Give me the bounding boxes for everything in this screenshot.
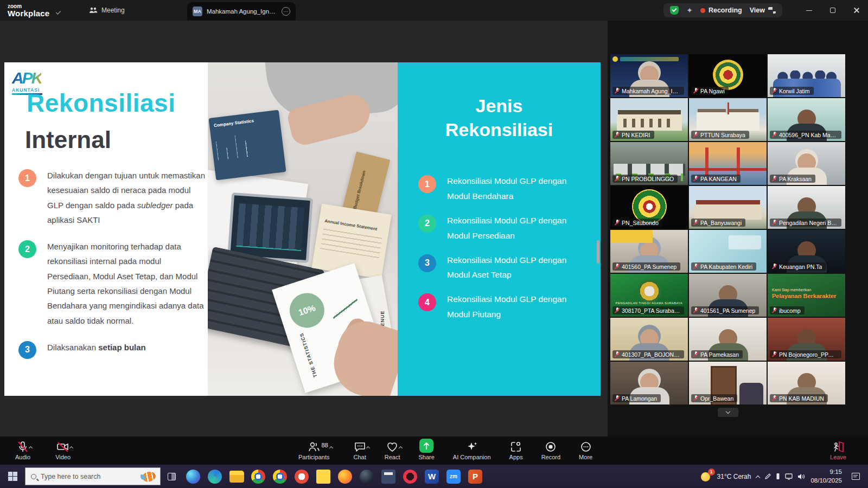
apps-button[interactable]: Apps xyxy=(504,436,528,465)
jenis-text: Rekonsiliasi Modul GLP dengan Modul Piut… xyxy=(447,292,586,322)
video-options-chevron[interactable] xyxy=(70,444,73,451)
mic-muted-icon xyxy=(693,395,698,401)
taskbar-app-sticky-notes[interactable] xyxy=(312,465,334,488)
zoom-workplace-logo[interactable]: zoom Workplace xyxy=(0,4,60,17)
audio-button[interactable]: Audio xyxy=(10,436,36,465)
edge-icon xyxy=(208,470,222,484)
security-shield-icon[interactable] xyxy=(670,6,679,15)
participant-tile[interactable]: PN Bojonegoro_PPABP xyxy=(768,318,845,361)
recording-label: Recording xyxy=(709,7,742,14)
participant-tile[interactable]: 400596_PN Kab Madiun xyxy=(768,98,845,141)
tab-active-meeting[interactable]: MA Mahkamah Agung_Ignasia Sekar. ... xyxy=(187,2,296,21)
participant-tile[interactable]: Mahkamah Agung_Ignasia ... xyxy=(610,54,688,97)
leave-label: Leave xyxy=(830,454,846,460)
share-button[interactable]: Share xyxy=(413,436,439,465)
video-muted-icon xyxy=(56,441,69,453)
participant-tile[interactable]: 401561_PA Sumenep xyxy=(689,274,767,317)
firefox-icon xyxy=(338,470,352,484)
chrome-icon xyxy=(251,470,265,484)
recording-indicator[interactable]: Recording xyxy=(700,7,742,14)
view-button[interactable]: View xyxy=(750,7,776,14)
participant-tile[interactable]: Korwil Jatim xyxy=(768,54,845,97)
participant-tile[interactable]: PA Lamongan xyxy=(610,362,688,404)
tray-display-icon[interactable] xyxy=(785,473,793,480)
taskbar-clock[interactable]: 9:15 08/10/2025 xyxy=(810,468,842,485)
react-button[interactable]: React xyxy=(379,436,406,465)
participant-tile[interactable]: PN PROBOLINGGO xyxy=(610,142,688,185)
react-chevron[interactable] xyxy=(399,444,402,451)
chat-chevron[interactable] xyxy=(367,444,369,451)
record-label: Record xyxy=(541,454,560,460)
taskbar-app-chrome[interactable] xyxy=(269,465,291,488)
participant-tile[interactable]: PA_Banyuwangi xyxy=(689,186,767,229)
action-center-button[interactable] xyxy=(847,465,864,488)
taskbar-app-media-player[interactable] xyxy=(291,465,312,488)
tab-options-icon[interactable]: ... xyxy=(282,7,290,16)
participant-tile[interactable]: Keuangan PN.Ta xyxy=(768,230,845,273)
ai-sparkle-icon[interactable]: ✦ xyxy=(686,6,693,15)
participant-tile[interactable]: PA Ngawi xyxy=(689,54,767,97)
tray-volume-icon[interactable] xyxy=(797,473,805,480)
more-button[interactable]: More xyxy=(573,436,598,465)
title-bar: zoom Workplace Meeting MA Mahkamah Agung… xyxy=(0,0,868,21)
participant-tile[interactable]: 401560_PA Sumenep xyxy=(610,230,688,273)
ai-companion-button[interactable]: AI Companion xyxy=(448,436,496,465)
leave-button[interactable]: Leave xyxy=(825,436,852,465)
participant-tile[interactable]: PN_Situbondo xyxy=(610,186,688,229)
video-button[interactable]: Video xyxy=(50,436,76,465)
mic-muted-icon xyxy=(772,176,777,182)
taskbar-app-word[interactable]: W xyxy=(421,465,443,488)
taskbar-app-edge[interactable] xyxy=(204,465,226,488)
participant-tile[interactable]: PA Kabupaten Kediri xyxy=(689,230,767,273)
participant-tile[interactable]: PA Pamekasan xyxy=(689,318,767,361)
chat-button[interactable]: Chat xyxy=(348,436,371,465)
taskbar-search[interactable]: Type here to search xyxy=(25,467,161,485)
participant-tile[interactable]: PA KANGEAN xyxy=(689,142,767,185)
participant-tile[interactable]: Pengadilan Negeri Blitar xyxy=(768,186,845,229)
photo-statistics-card: Company Statistics xyxy=(208,110,286,181)
audio-options-chevron[interactable] xyxy=(29,444,32,451)
tray-chevron-icon[interactable] xyxy=(756,474,760,479)
participant-tile[interactable]: PA Kraksaan xyxy=(768,142,845,185)
grid-collapse-button[interactable] xyxy=(718,408,738,417)
clownfish-graphic xyxy=(141,470,159,484)
record-button[interactable]: Record xyxy=(536,436,566,465)
participant-tile[interactable]: Opr_Bawean xyxy=(689,362,767,404)
task-view-button[interactable] xyxy=(161,465,182,488)
taskbar-app-chrome[interactable] xyxy=(247,465,269,488)
participant-name-label: PN KAB MADIUN xyxy=(770,394,828,402)
tray-usb-icon[interactable] xyxy=(776,473,780,480)
view-label: View xyxy=(750,7,765,14)
window-maximize-button[interactable] xyxy=(821,0,844,21)
taskbar-app-zoom-app[interactable]: zm xyxy=(443,465,464,488)
taskbar-app-firefox[interactable] xyxy=(334,465,356,488)
taskbar-app-calculator[interactable] xyxy=(378,465,399,488)
workspace-chevron-icon[interactable] xyxy=(56,10,61,15)
weather-widget[interactable]: 1 31°C Cerah xyxy=(701,471,751,483)
more-icon xyxy=(580,441,592,453)
jenis-text: Rekonsiliasi Modul GLP dengan Modul Aset… xyxy=(447,253,586,283)
participants-button[interactable]: 88 Participants xyxy=(293,436,335,465)
photo-pct-circle: 10% xyxy=(285,288,329,332)
window-minimize-button[interactable] xyxy=(797,0,820,21)
taskbar-app-powerpoint[interactable]: P xyxy=(464,465,486,488)
start-button[interactable] xyxy=(0,465,25,488)
participants-chevron[interactable] xyxy=(330,444,333,451)
window-close-button[interactable] xyxy=(845,0,868,21)
participant-tile[interactable]: PENGADILAN TINGGI AGAMA SURABAYA308170_P… xyxy=(610,274,688,317)
right-panel-items: 1Rekonsiliasi Modul GLP dengan Modul Ben… xyxy=(418,174,586,331)
participant-tile[interactable]: 401307_PA_BOJONEGOR... xyxy=(610,318,688,361)
participant-tile[interactable]: Kami Siap memberikanPelayanan Berkarakte… xyxy=(768,274,845,317)
participant-tile[interactable]: PN KEDIRI xyxy=(610,98,688,141)
share-scrollbar[interactable] xyxy=(597,240,599,264)
powerpoint-icon: P xyxy=(468,470,482,484)
taskbar-app-file-explorer[interactable] xyxy=(226,465,247,488)
participant-tile[interactable]: PN KAB MADIUN xyxy=(768,362,845,404)
tray-pen-icon[interactable] xyxy=(764,473,771,480)
taskbar-app-copilot[interactable] xyxy=(182,465,204,488)
taskbar-app-opera[interactable] xyxy=(399,465,421,488)
participant-tile[interactable]: PTTUN Surabaya xyxy=(689,98,767,141)
taskbar-app-globe[interactable] xyxy=(356,465,378,488)
mic-muted-icon xyxy=(17,441,29,453)
tab-meeting[interactable]: Meeting xyxy=(81,0,132,21)
